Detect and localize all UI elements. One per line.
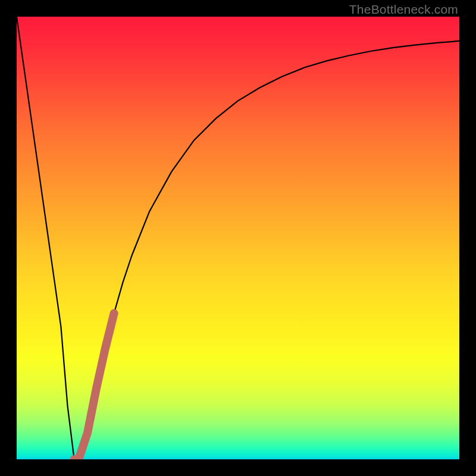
chart-container: TheBottleneck.com <box>0 0 476 476</box>
chart-svg <box>17 17 459 459</box>
plot-area <box>17 17 459 459</box>
bottleneck-curve <box>17 17 459 459</box>
curve-group <box>17 17 459 459</box>
highlight-segment <box>74 313 114 459</box>
watermark-text: TheBottleneck.com <box>349 2 458 17</box>
